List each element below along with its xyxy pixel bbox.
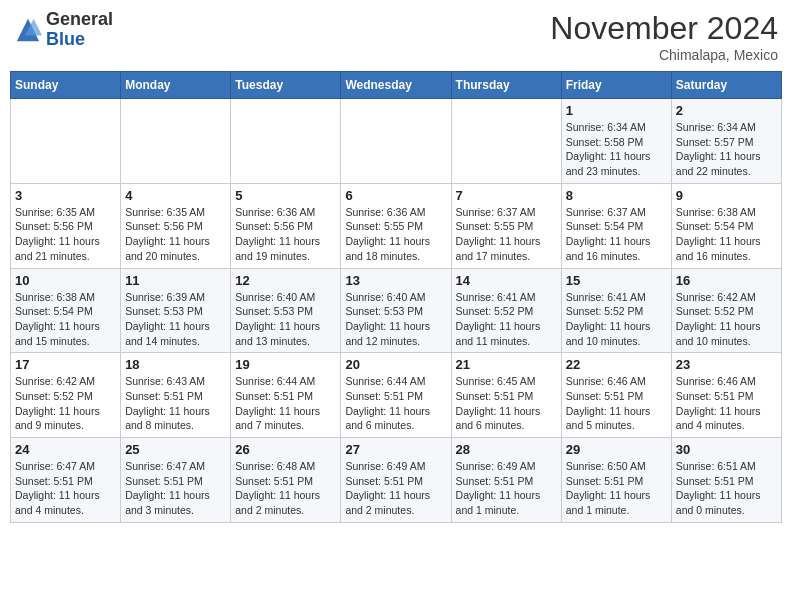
calendar-cell: 24Sunrise: 6:47 AM Sunset: 5:51 PM Dayli… — [11, 438, 121, 523]
location-subtitle: Chimalapa, Mexico — [550, 47, 778, 63]
day-info: Sunrise: 6:39 AM Sunset: 5:53 PM Dayligh… — [125, 290, 226, 349]
weekday-header-monday: Monday — [121, 72, 231, 99]
day-info: Sunrise: 6:49 AM Sunset: 5:51 PM Dayligh… — [456, 459, 557, 518]
calendar-cell: 3Sunrise: 6:35 AM Sunset: 5:56 PM Daylig… — [11, 183, 121, 268]
day-number: 2 — [676, 103, 777, 118]
weekday-header-sunday: Sunday — [11, 72, 121, 99]
day-number: 13 — [345, 273, 446, 288]
calendar-cell: 29Sunrise: 6:50 AM Sunset: 5:51 PM Dayli… — [561, 438, 671, 523]
weekday-header-tuesday: Tuesday — [231, 72, 341, 99]
day-number: 1 — [566, 103, 667, 118]
day-info: Sunrise: 6:42 AM Sunset: 5:52 PM Dayligh… — [15, 374, 116, 433]
calendar-cell: 21Sunrise: 6:45 AM Sunset: 5:51 PM Dayli… — [451, 353, 561, 438]
day-info: Sunrise: 6:36 AM Sunset: 5:56 PM Dayligh… — [235, 205, 336, 264]
day-number: 7 — [456, 188, 557, 203]
day-info: Sunrise: 6:48 AM Sunset: 5:51 PM Dayligh… — [235, 459, 336, 518]
day-info: Sunrise: 6:42 AM Sunset: 5:52 PM Dayligh… — [676, 290, 777, 349]
day-info: Sunrise: 6:37 AM Sunset: 5:54 PM Dayligh… — [566, 205, 667, 264]
calendar-cell: 23Sunrise: 6:46 AM Sunset: 5:51 PM Dayli… — [671, 353, 781, 438]
calendar-cell — [11, 99, 121, 184]
day-info: Sunrise: 6:37 AM Sunset: 5:55 PM Dayligh… — [456, 205, 557, 264]
page-header: General Blue November 2024 Chimalapa, Me… — [10, 10, 782, 63]
calendar-week-4: 17Sunrise: 6:42 AM Sunset: 5:52 PM Dayli… — [11, 353, 782, 438]
day-number: 20 — [345, 357, 446, 372]
day-number: 14 — [456, 273, 557, 288]
day-number: 29 — [566, 442, 667, 457]
day-number: 28 — [456, 442, 557, 457]
calendar-cell: 15Sunrise: 6:41 AM Sunset: 5:52 PM Dayli… — [561, 268, 671, 353]
calendar-cell: 26Sunrise: 6:48 AM Sunset: 5:51 PM Dayli… — [231, 438, 341, 523]
calendar-cell: 13Sunrise: 6:40 AM Sunset: 5:53 PM Dayli… — [341, 268, 451, 353]
calendar-body: 1Sunrise: 6:34 AM Sunset: 5:58 PM Daylig… — [11, 99, 782, 523]
weekday-header-saturday: Saturday — [671, 72, 781, 99]
calendar-cell: 1Sunrise: 6:34 AM Sunset: 5:58 PM Daylig… — [561, 99, 671, 184]
calendar-week-5: 24Sunrise: 6:47 AM Sunset: 5:51 PM Dayli… — [11, 438, 782, 523]
day-number: 16 — [676, 273, 777, 288]
day-number: 27 — [345, 442, 446, 457]
day-info: Sunrise: 6:50 AM Sunset: 5:51 PM Dayligh… — [566, 459, 667, 518]
calendar-cell — [341, 99, 451, 184]
calendar-week-2: 3Sunrise: 6:35 AM Sunset: 5:56 PM Daylig… — [11, 183, 782, 268]
day-info: Sunrise: 6:35 AM Sunset: 5:56 PM Dayligh… — [125, 205, 226, 264]
day-info: Sunrise: 6:36 AM Sunset: 5:55 PM Dayligh… — [345, 205, 446, 264]
day-number: 3 — [15, 188, 116, 203]
day-number: 30 — [676, 442, 777, 457]
day-info: Sunrise: 6:47 AM Sunset: 5:51 PM Dayligh… — [125, 459, 226, 518]
day-info: Sunrise: 6:40 AM Sunset: 5:53 PM Dayligh… — [345, 290, 446, 349]
day-number: 5 — [235, 188, 336, 203]
calendar-cell — [121, 99, 231, 184]
calendar-cell: 5Sunrise: 6:36 AM Sunset: 5:56 PM Daylig… — [231, 183, 341, 268]
weekday-header-thursday: Thursday — [451, 72, 561, 99]
calendar-cell: 4Sunrise: 6:35 AM Sunset: 5:56 PM Daylig… — [121, 183, 231, 268]
day-number: 15 — [566, 273, 667, 288]
day-info: Sunrise: 6:47 AM Sunset: 5:51 PM Dayligh… — [15, 459, 116, 518]
day-info: Sunrise: 6:45 AM Sunset: 5:51 PM Dayligh… — [456, 374, 557, 433]
day-info: Sunrise: 6:44 AM Sunset: 5:51 PM Dayligh… — [345, 374, 446, 433]
day-info: Sunrise: 6:38 AM Sunset: 5:54 PM Dayligh… — [15, 290, 116, 349]
logo: General Blue — [14, 10, 113, 50]
calendar-week-3: 10Sunrise: 6:38 AM Sunset: 5:54 PM Dayli… — [11, 268, 782, 353]
day-info: Sunrise: 6:43 AM Sunset: 5:51 PM Dayligh… — [125, 374, 226, 433]
calendar-cell: 14Sunrise: 6:41 AM Sunset: 5:52 PM Dayli… — [451, 268, 561, 353]
logo-text: General Blue — [46, 10, 113, 50]
title-block: November 2024 Chimalapa, Mexico — [550, 10, 778, 63]
day-info: Sunrise: 6:46 AM Sunset: 5:51 PM Dayligh… — [566, 374, 667, 433]
day-info: Sunrise: 6:34 AM Sunset: 5:57 PM Dayligh… — [676, 120, 777, 179]
calendar-cell: 6Sunrise: 6:36 AM Sunset: 5:55 PM Daylig… — [341, 183, 451, 268]
calendar-cell: 7Sunrise: 6:37 AM Sunset: 5:55 PM Daylig… — [451, 183, 561, 268]
calendar-cell: 22Sunrise: 6:46 AM Sunset: 5:51 PM Dayli… — [561, 353, 671, 438]
weekday-header-friday: Friday — [561, 72, 671, 99]
calendar-cell: 10Sunrise: 6:38 AM Sunset: 5:54 PM Dayli… — [11, 268, 121, 353]
calendar-cell: 30Sunrise: 6:51 AM Sunset: 5:51 PM Dayli… — [671, 438, 781, 523]
calendar-cell: 17Sunrise: 6:42 AM Sunset: 5:52 PM Dayli… — [11, 353, 121, 438]
month-title: November 2024 — [550, 10, 778, 47]
day-number: 6 — [345, 188, 446, 203]
weekday-header-row: SundayMondayTuesdayWednesdayThursdayFrid… — [11, 72, 782, 99]
calendar-cell: 27Sunrise: 6:49 AM Sunset: 5:51 PM Dayli… — [341, 438, 451, 523]
day-number: 4 — [125, 188, 226, 203]
day-number: 10 — [15, 273, 116, 288]
logo-icon — [14, 16, 42, 44]
calendar-cell: 19Sunrise: 6:44 AM Sunset: 5:51 PM Dayli… — [231, 353, 341, 438]
calendar-cell: 8Sunrise: 6:37 AM Sunset: 5:54 PM Daylig… — [561, 183, 671, 268]
calendar-cell: 20Sunrise: 6:44 AM Sunset: 5:51 PM Dayli… — [341, 353, 451, 438]
day-info: Sunrise: 6:49 AM Sunset: 5:51 PM Dayligh… — [345, 459, 446, 518]
day-number: 25 — [125, 442, 226, 457]
day-number: 8 — [566, 188, 667, 203]
calendar-cell — [231, 99, 341, 184]
calendar-cell: 9Sunrise: 6:38 AM Sunset: 5:54 PM Daylig… — [671, 183, 781, 268]
calendar-cell: 11Sunrise: 6:39 AM Sunset: 5:53 PM Dayli… — [121, 268, 231, 353]
day-info: Sunrise: 6:41 AM Sunset: 5:52 PM Dayligh… — [456, 290, 557, 349]
day-number: 9 — [676, 188, 777, 203]
day-info: Sunrise: 6:51 AM Sunset: 5:51 PM Dayligh… — [676, 459, 777, 518]
day-number: 21 — [456, 357, 557, 372]
calendar-cell: 18Sunrise: 6:43 AM Sunset: 5:51 PM Dayli… — [121, 353, 231, 438]
day-info: Sunrise: 6:34 AM Sunset: 5:58 PM Dayligh… — [566, 120, 667, 179]
calendar-cell: 12Sunrise: 6:40 AM Sunset: 5:53 PM Dayli… — [231, 268, 341, 353]
day-info: Sunrise: 6:41 AM Sunset: 5:52 PM Dayligh… — [566, 290, 667, 349]
day-number: 19 — [235, 357, 336, 372]
day-number: 17 — [15, 357, 116, 372]
day-number: 26 — [235, 442, 336, 457]
day-number: 23 — [676, 357, 777, 372]
calendar-cell: 25Sunrise: 6:47 AM Sunset: 5:51 PM Dayli… — [121, 438, 231, 523]
